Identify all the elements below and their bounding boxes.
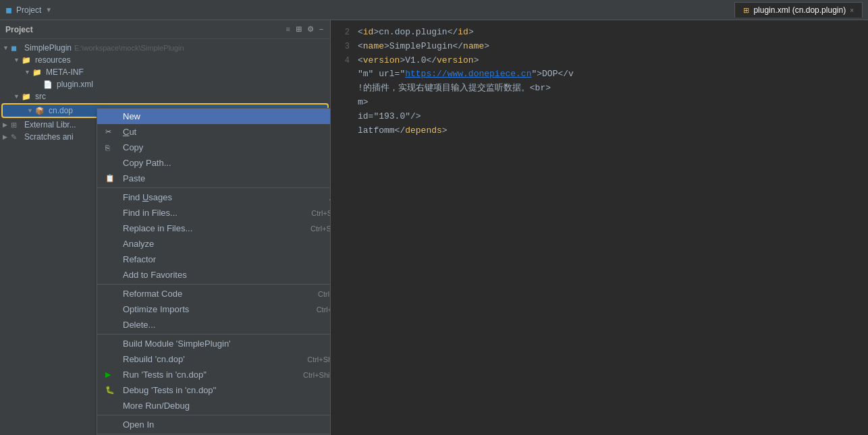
tree-item-meta-inf[interactable]: ▼ 📁 META-INF [0,66,330,78]
code-line-3: 3 <name>SimplePlugin</name> [331,40,868,54]
code-text-3: <name>SimplePlugin</name> [358,40,489,54]
tab-close-icon[interactable]: × [850,7,854,14]
menu-item-refactor[interactable]: Refactor ▶ [97,252,331,267]
tree-item-resources[interactable]: ▼ 📁 resources [0,54,330,66]
menu-shortcut-optimize-imports: Ctrl+Alt+O [317,306,331,314]
menu-icon-copy: ⎘ [105,144,119,152]
editor-area[interactable]: 2 <id>cn.dop.plugin</id> 3 <name>SimpleP… [331,20,868,435]
menu-item-delete[interactable]: Delete... Delete [97,317,331,332]
menu-item-reformat[interactable]: Reformat Code Ctrl+Alt+L [97,286,331,301]
folder-icon-src: 📁 [22,92,32,101]
menu-sep-3 [97,334,331,335]
project-icon: ◼ [5,5,12,15]
menu-label-delete: Delete... [123,320,329,330]
xml-icon: 📄 [43,80,54,89]
menu-item-copy-path[interactable]: Copy Path... [97,155,331,171]
sidebar-icon-settings[interactable]: ⚙ [306,24,315,35]
title-bar-tabs: ⊞ plugin.xml (cn.dop.plugin) × [734,2,863,18]
menu-label-optimize-imports: Optimize Imports [123,304,317,314]
tree-item-src[interactable]: ▼ 📁 src [0,90,330,103]
tree-item-root[interactable]: ▼ ◼ SimplePlugin E:\workspace\mock\Simpl… [0,42,330,54]
menu-sep-4 [97,415,331,415]
tree-label-cn-dop: cn.dop [49,106,73,115]
menu-label-paste: Paste [123,173,330,183]
tree-arrow-cn-dop: ▼ [27,107,35,114]
tree-arrow-meta-inf: ▼ [24,69,32,76]
menu-item-copy[interactable]: ⎘ Copy Ctrl+C [97,140,331,155]
menu-shortcut-find-files: Ctrl+Shift+F [311,209,331,217]
sidebar-icon-minimize[interactable]: – [318,24,325,35]
tree-label-meta-inf: META-INF [46,67,84,77]
code-line-6: "m" url="https://www.donepiece.cn">DOP</… [331,67,868,82]
sidebar-icon-list[interactable]: ≡ [284,24,291,35]
menu-item-new[interactable]: New ▶ J Java Class K Kotlin Class/File G… [97,109,331,124]
sidebar-icon-grid[interactable]: ⊞ [294,24,303,35]
menu-item-cut[interactable]: ✂ Cut Ctrl+X [97,124,331,140]
menu-sep-2 [97,284,331,285]
menu-shortcut-paste: Ctrl+V [330,175,331,183]
tree-arrow-external-lib: ▶ [3,121,11,128]
tree-arrow-resources: ▼ [13,57,22,63]
menu-icon-cut: ✂ [105,127,119,136]
tab-plugin-xml[interactable]: ⊞ plugin.xml (cn.dop.plugin) × [734,2,863,18]
menu-item-debug-tests[interactable]: 🐛 Debug 'Tests in 'cn.dop'' [97,382,331,398]
menu-shortcut-find-usages: Alt+F7 [329,194,331,202]
menu-item-replace-files[interactable]: Replace in Files... Ctrl+Shift+R [97,221,331,236]
project-label[interactable]: Project [16,5,41,15]
tree-arrow-root: ▼ [3,45,11,51]
menu-item-add-favorites[interactable]: Add to Favorites ▶ [97,267,331,283]
tree-label-external-lib: External Libr... [24,120,76,129]
sidebar-header: Project ≡ ⊞ ⚙ – [0,20,330,39]
line-number-3: 3 [331,40,358,53]
code-text-2: <id>cn.dop.plugin</id> [358,26,474,40]
package-icon-cn-dop: 📦 [35,107,46,115]
menu-item-paste[interactable]: 📋 Paste Ctrl+V [97,171,331,186]
menu-item-run-tests[interactable]: ▶ Run 'Tests in 'cn.dop'' Ctrl+Shift+F10 [97,367,331,382]
tab-xml-icon: ⊞ [743,6,749,15]
code-text-4: <version>V1.0</version> [358,54,479,68]
sidebar: Project ≡ ⊞ ⚙ – ▼ ◼ SimplePlugin E:\work… [0,20,331,435]
menu-shortcut-cut: Ctrl+X [330,128,331,136]
menu-label-more-run-debug: More Run/Debug [123,401,331,411]
code-line-15: latfomm</depends> [331,124,868,138]
menu-label-copy: Copy [123,142,330,152]
menu-label-analyze: Analyze [123,239,331,249]
menu-item-rebuild[interactable]: Rebuild 'cn.dop' Ctrl+Shift+F9 [97,351,331,367]
menu-label-add-favorites: Add to Favorites [123,270,331,280]
menu-label-refactor: Refactor [123,254,331,264]
title-bar: ◼ Project ▼ ⊞ plugin.xml (cn.dop.plugin)… [0,0,868,20]
tree-item-plugin-xml[interactable]: 📄 plugin.xml [0,78,330,90]
ext-lib-icon: ⊞ [11,121,22,129]
code-line-9: m> [331,96,868,110]
menu-item-open-in[interactable]: Open In ▶ [97,417,331,432]
tree-label-scratches: Scratches ani [24,132,74,142]
menu-item-build-module[interactable]: Build Module 'SimplePlugin' [97,336,331,351]
menu-item-find-files[interactable]: Find in Files... Ctrl+Shift+F [97,205,331,221]
code-text-13: id="193.0"/> [358,110,421,124]
folder-icon-meta-inf: 📁 [32,68,43,77]
menu-label-reformat: Reformat Code [123,289,318,299]
menu-item-find-usages[interactable]: Find Usages Alt+F7 [97,190,331,205]
menu-label-find-usages: Find Usages [123,192,329,202]
menu-shortcut-run-tests: Ctrl+Shift+F10 [303,371,331,379]
main-layout: Project ≡ ⊞ ⚙ – ▼ ◼ SimplePlugin E:\work… [0,20,868,435]
menu-shortcut-reformat: Ctrl+Alt+L [318,290,331,298]
project-dropdown-icon[interactable]: ▼ [45,6,52,13]
code-line-2: 2 <id>cn.dop.plugin</id> [331,26,868,40]
menu-label-new: New [123,111,331,121]
menu-label-run-tests: Run 'Tests in 'cn.dop'' [123,370,303,380]
menu-item-analyze[interactable]: Analyze ▶ [97,236,331,252]
tree-label-resources: resources [35,55,71,65]
menu-label-debug-tests: Debug 'Tests in 'cn.dop'' [123,385,331,395]
debug-tests-icon: 🐛 [105,386,119,395]
project-icon-tree: ◼ [11,44,22,53]
menu-item-more-run-debug[interactable]: More Run/Debug ▶ [97,398,331,413]
menu-item-optimize-imports[interactable]: Optimize Imports Ctrl+Alt+O [97,301,331,317]
title-bar-left: ◼ Project ▼ [5,5,52,15]
tree-label-src: src [35,92,46,101]
tree-arrow-scratches: ▶ [3,134,11,140]
menu-sep-5 [97,434,331,434]
menu-label-replace-files: Replace in Files... [123,223,310,233]
code-text-9: m> [358,96,369,110]
code-text-8: !的插件，实现右键项目输入提交监听数据。<br> [358,82,551,96]
